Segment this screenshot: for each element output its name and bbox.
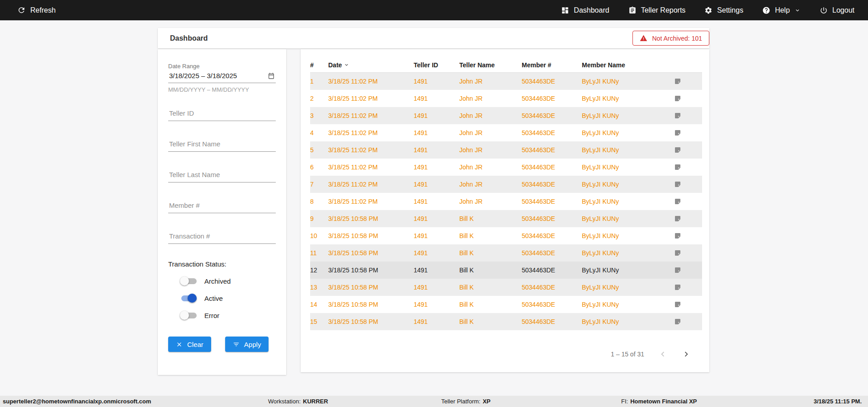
note-icon[interactable]	[674, 318, 681, 325]
cell-teller-id: 1491	[414, 129, 459, 136]
cell-date: 3/18/25 11:02 PM	[328, 181, 414, 188]
date-range-field[interactable]: 3/18/2025 – 3/18/2025	[168, 70, 276, 83]
table-row[interactable]: 8 3/18/25 11:02 PM 1491 John JR 5034463D…	[310, 193, 702, 210]
close-icon	[176, 341, 183, 348]
cell-number: 15	[310, 318, 328, 325]
nav-teller-reports-label: Teller Reports	[641, 6, 686, 14]
cell-member-name: ByLyJI KUNy	[582, 249, 673, 257]
table-row[interactable]: 1 3/18/25 11:02 PM 1491 John JR 5034463D…	[310, 73, 702, 90]
clear-button[interactable]: Clear	[168, 337, 211, 352]
note-icon[interactable]	[674, 181, 681, 188]
table-row[interactable]: 12 3/18/25 10:58 PM 1491 Bill K 5034463D…	[310, 262, 702, 279]
table-row[interactable]: 14 3/18/25 10:58 PM 1491 Bill K 5034463D…	[310, 296, 702, 313]
note-icon[interactable]	[674, 267, 681, 274]
column-teller-name: Teller Name	[459, 61, 522, 69]
note-icon[interactable]	[674, 232, 681, 239]
cell-member-name: ByLyJI KUNy	[582, 198, 673, 205]
toggle-row-error: Error	[180, 310, 276, 320]
refresh-button[interactable]: Refresh	[17, 6, 56, 14]
error-toggle[interactable]	[180, 310, 198, 320]
filter-icon	[233, 341, 240, 348]
teller-first-name-input[interactable]	[168, 137, 276, 152]
table-row[interactable]: 10 3/18/25 10:58 PM 1491 Bill K 5034463D…	[310, 227, 702, 244]
note-icon[interactable]	[674, 146, 681, 154]
apply-button[interactable]: Apply	[225, 337, 269, 352]
cell-member-name: ByLyJI KUNy	[582, 78, 673, 85]
cell-member-number: 5034463DE	[522, 301, 582, 308]
next-page-button[interactable]	[681, 349, 691, 359]
calendar-icon[interactable]	[268, 72, 275, 80]
results-panel: # Date Teller ID Teller Name Member # Me…	[301, 49, 709, 372]
table-row[interactable]: 13 3/18/25 10:58 PM 1491 Bill K 5034463D…	[310, 279, 702, 296]
note-icon[interactable]	[674, 301, 681, 308]
cell-member-name: ByLyJI KUNy	[582, 215, 673, 222]
cell-date: 3/18/25 11:02 PM	[328, 146, 414, 154]
table-row[interactable]: 2 3/18/25 11:02 PM 1491 John JR 5034463D…	[310, 90, 702, 107]
note-icon[interactable]	[674, 112, 681, 119]
note-icon[interactable]	[674, 198, 681, 205]
nav-logout[interactable]: Logout	[820, 6, 854, 14]
nav-settings[interactable]: Settings	[704, 6, 743, 14]
status-bar: superteller2@hometownfinancialxp.onmicro…	[0, 396, 868, 407]
nav-help-label: Help	[775, 6, 790, 14]
cell-date: 3/18/25 10:58 PM	[328, 215, 414, 222]
cell-member-number: 5034463DE	[522, 112, 582, 119]
nav-teller-reports[interactable]: Teller Reports	[628, 6, 686, 14]
previous-page-button[interactable]	[658, 349, 668, 359]
cell-teller-name: Bill K	[459, 284, 522, 291]
cell-member-name: ByLyJI KUNy	[582, 232, 673, 239]
table-row[interactable]: 7 3/18/25 11:02 PM 1491 John JR 5034463D…	[310, 176, 702, 193]
cell-date: 3/18/25 11:02 PM	[328, 95, 414, 102]
logged-in-user: superteller2@hometownfinancialxp.onmicro…	[3, 396, 151, 407]
table-row[interactable]: 5 3/18/25 11:02 PM 1491 John JR 5034463D…	[310, 141, 702, 159]
dashboard-icon	[561, 6, 569, 14]
cell-member-number: 5034463DE	[522, 129, 582, 136]
member-number-input[interactable]	[168, 199, 276, 213]
note-icon[interactable]	[674, 129, 681, 136]
cell-date: 3/18/25 10:58 PM	[328, 232, 414, 239]
teller-last-name-input[interactable]	[168, 168, 276, 182]
not-archived-label: Not Archived: 101	[652, 35, 702, 42]
cell-member-name: ByLyJI KUNy	[582, 181, 673, 188]
cell-teller-id: 1491	[414, 164, 459, 171]
table-row[interactable]: 9 3/18/25 10:58 PM 1491 Bill K 5034463DE…	[310, 210, 702, 227]
cell-teller-name: John JR	[459, 181, 522, 188]
teller-platform-value: XP	[483, 398, 491, 405]
note-icon[interactable]	[674, 95, 681, 102]
teller-id-input[interactable]	[168, 107, 276, 121]
cell-number: 4	[310, 129, 328, 136]
cell-teller-id: 1491	[414, 146, 459, 154]
cell-number: 13	[310, 284, 328, 291]
cell-number: 11	[310, 249, 328, 257]
table-row[interactable]: 6 3/18/25 11:02 PM 1491 John JR 5034463D…	[310, 159, 702, 176]
transaction-status-label: Transaction Status:	[168, 260, 276, 268]
table-row[interactable]: 4 3/18/25 11:02 PM 1491 John JR 5034463D…	[310, 124, 702, 141]
page-header: Dashboard Not Archived: 101	[158, 28, 709, 48]
note-icon[interactable]	[674, 284, 681, 291]
error-toggle-label: Error	[204, 312, 219, 319]
table-row[interactable]: 15 3/18/25 10:58 PM 1491 Bill K 5034463D…	[310, 313, 702, 330]
cell-date: 3/18/25 11:02 PM	[328, 198, 414, 205]
transaction-number-input[interactable]	[168, 229, 276, 244]
note-icon[interactable]	[674, 164, 681, 171]
archived-toggle[interactable]	[180, 276, 198, 286]
note-icon[interactable]	[674, 215, 681, 222]
cell-member-number: 5034463DE	[522, 146, 582, 154]
cell-teller-name: Bill K	[459, 267, 522, 274]
table-row[interactable]: 3 3/18/25 11:02 PM 1491 John JR 5034463D…	[310, 107, 702, 124]
note-icon[interactable]	[674, 249, 681, 257]
active-toggle[interactable]	[180, 293, 198, 303]
column-date[interactable]: Date	[328, 61, 414, 69]
pagination: 1 – 15 of 31	[310, 349, 702, 359]
nav-help[interactable]: Help	[762, 6, 801, 14]
note-icon[interactable]	[674, 78, 681, 85]
cell-teller-name: Bill K	[459, 232, 522, 239]
page-title: Dashboard	[170, 34, 208, 42]
cell-date: 3/18/25 11:02 PM	[328, 164, 414, 171]
cell-teller-name: John JR	[459, 146, 522, 154]
nav-dashboard[interactable]: Dashboard	[561, 6, 609, 14]
help-icon	[762, 6, 770, 14]
table-row[interactable]: 11 3/18/25 10:58 PM 1491 Bill K 5034463D…	[310, 244, 702, 262]
refresh-icon	[17, 6, 26, 14]
cell-teller-name: John JR	[459, 78, 522, 85]
